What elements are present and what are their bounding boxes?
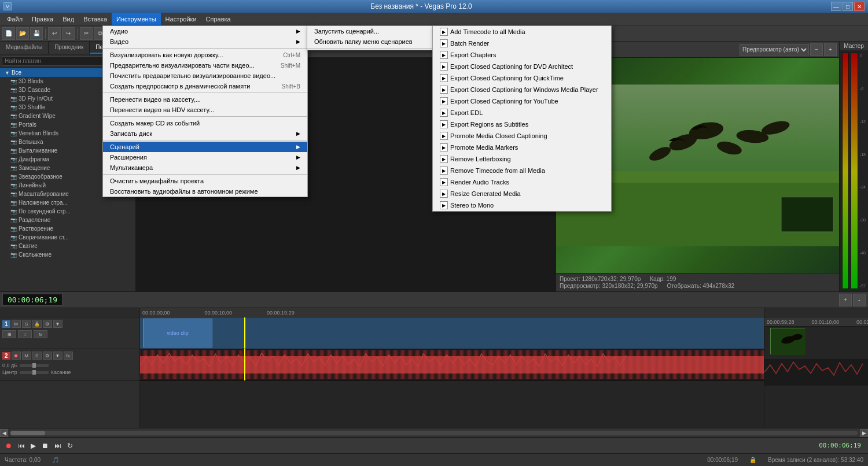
shortcut-shift-b: Shift+B [281, 83, 300, 90]
script-export-cc-yt[interactable]: ▶ Export Closed Captioning for YouTube [433, 95, 611, 107]
track-mute-video[interactable]: M [12, 320, 21, 328]
track-expand-audio[interactable]: ▼ [53, 352, 62, 360]
script-export-edl[interactable]: ▶ Export EDL [433, 107, 611, 119]
menu-transfer-tape[interactable]: Перенести видео на кассету,... [103, 94, 307, 105]
btn-loop[interactable]: ↻ [65, 442, 75, 450]
track-arm-audio[interactable]: ⏺ [12, 352, 21, 360]
script-export-cc-qt[interactable]: ▶ Export Closed Captioning for QuickTime [433, 72, 611, 84]
video-arrow-icon: ▶ [296, 39, 300, 45]
menu-edit[interactable]: Правка [27, 13, 58, 25]
volume-slider[interactable] [20, 364, 49, 367]
tree-item[interactable]: 📷 Сворачивание ст... [0, 233, 135, 242]
script-batch-render[interactable]: ▶ Batch Render [433, 38, 611, 49]
menu-multicam[interactable]: Мультикамера ▶ [103, 162, 307, 173]
toolbar-save[interactable]: 💾 [30, 27, 43, 40]
menu-scenarios[interactable]: Сценарий ▶ [103, 142, 307, 152]
toolbar-undo[interactable]: ↩ [48, 27, 61, 40]
btn-go-end[interactable]: ⏭ [53, 442, 63, 450]
menu-refresh-scripts-folder[interactable]: Обновить папку меню сценариев [307, 36, 433, 47]
menu-clean-preview[interactable]: Почистить предварительно визуализированн… [103, 71, 307, 81]
preview-zoom-out[interactable]: − [810, 43, 823, 56]
track-composite-mode[interactable]: ⊞ [2, 330, 16, 338]
preview-mode-select[interactable]: Предпросмотр (авто) [740, 44, 809, 56]
maximize-button[interactable]: □ [843, 2, 853, 11]
tab-media[interactable]: Медиафайлы [0, 42, 49, 54]
toolbar-new[interactable]: 📄 [2, 27, 15, 40]
tree-item[interactable]: 📷 Наложение стра... [0, 198, 135, 207]
menu-settings[interactable]: Настройки [161, 13, 201, 25]
thumb-svg [771, 328, 806, 355]
menu-run-script[interactable]: Запустить сценарий... [307, 26, 433, 36]
script-resize-generated[interactable]: ▶ Resize Generated Media [433, 188, 611, 199]
btn-go-start[interactable]: ⏮ [16, 442, 27, 450]
pan-slider[interactable] [20, 371, 49, 374]
timeline-zoom-in[interactable]: + [839, 294, 852, 306]
track-motion[interactable]: ↕ [18, 330, 32, 338]
menu-tools[interactable]: Инструменты [112, 13, 161, 25]
menu-clean-project[interactable]: Очистить медиафайлы проекта [103, 176, 307, 186]
scroll-track[interactable] [10, 431, 858, 435]
toolbar-sep2 [77, 28, 78, 39]
tree-item[interactable]: 📷 Скольжение [0, 250, 135, 259]
menu-dynamic-preview[interactable]: Создать предпросмотр в динамической памя… [103, 81, 307, 91]
menu-insert[interactable]: Вставка [79, 13, 112, 25]
script-remove-timecode[interactable]: ▶ Remove Timecode from all Media [433, 165, 611, 176]
script-stereo-mono[interactable]: ▶ Stereo to Mono [433, 199, 611, 211]
toolbar-redo[interactable]: ↪ [62, 27, 75, 40]
scroll-thumb[interactable] [10, 431, 45, 435]
track-fx-video[interactable]: fx [34, 330, 47, 338]
track-fx-audio[interactable]: fx [64, 352, 73, 360]
menu-help[interactable]: Справка [201, 13, 236, 25]
tree-item[interactable]: 📷 Скатие [0, 242, 135, 250]
scroll-right[interactable]: ▶ [860, 429, 868, 437]
item-icon: 📷 [10, 113, 17, 119]
script-row: ▶ Remove Timecode from all Media [440, 167, 545, 175]
minimize-button[interactable]: — [831, 2, 841, 11]
preview-zoom-in[interactable]: + [824, 43, 837, 56]
timeline-scrollbar[interactable]: ◀ ▶ [0, 428, 868, 437]
script-promote-media-markers[interactable]: ▶ Promote Media Markers [433, 142, 611, 153]
track-mute-audio[interactable]: M [22, 352, 31, 360]
script-export-chapters[interactable]: ▶ Export Chapters [433, 49, 611, 61]
menu-view[interactable]: Вид [58, 13, 79, 25]
script-render-audio[interactable]: ▶ Render Audio Tracks [433, 176, 611, 188]
btn-play-pause[interactable]: ▶ [29, 442, 38, 450]
app-icon: V [3, 2, 12, 10]
script-remove-letterboxing[interactable]: ▶ Remove Letterboxing [433, 153, 611, 165]
script-icon: ▶ [440, 86, 448, 94]
tab-explorer[interactable]: Проводник [49, 42, 90, 54]
menu-file[interactable]: Файл [2, 13, 27, 25]
scroll-left[interactable]: ◀ [0, 429, 8, 437]
menu-render-new-track[interactable]: Визуализировать как новую дорожку... Ctr… [103, 50, 307, 60]
track-solo-video[interactable]: S [22, 320, 31, 328]
script-export-regions[interactable]: ▶ Export Regions as Subtitles [433, 119, 611, 130]
close-button[interactable]: ✕ [854, 2, 865, 11]
tree-item[interactable]: 📷 Разделение [0, 216, 135, 224]
script-add-timecode[interactable]: ▶ Add Timecode to all Media [433, 26, 611, 38]
menu-extensions[interactable]: Расширения ▶ [103, 152, 307, 162]
btn-record[interactable]: ⏺ [3, 442, 14, 450]
menu-video[interactable]: Видео ▶ [103, 36, 307, 47]
track-solo-audio[interactable]: S [32, 352, 42, 360]
tree-item[interactable]: 📷 По секундной стр... [0, 207, 135, 216]
toolbar-open[interactable]: 📂 [16, 27, 29, 40]
track-settings-video[interactable]: ⚙ [43, 320, 52, 328]
timeline-zoom-out[interactable]: - [853, 294, 866, 306]
track-expand-video[interactable]: ▼ [53, 320, 62, 328]
track-lock-video[interactable]: 🔒 [32, 320, 42, 328]
btn-stop[interactable]: ⏹ [40, 442, 50, 450]
menu-transfer-hdv[interactable]: Перенести видео на HDV кассету... [103, 105, 307, 115]
menu-restore-audio[interactable]: Восстановить аудиофайлы в автономном реж… [103, 186, 307, 197]
script-export-cc-wmp[interactable]: ▶ Export Closed Captioning for Windows M… [433, 84, 611, 95]
track-settings-audio[interactable]: ⚙ [43, 352, 52, 360]
menu-burn-disc[interactable]: Записать диск ▶ [103, 128, 307, 139]
script-promote-media-cc[interactable]: ▶ Promote Media Closed Captioning [433, 130, 611, 142]
menu-audio[interactable]: Аудио ▶ [103, 26, 307, 36]
script-export-cc-dvd[interactable]: ▶ Export Closed Captioning for DVD Archi… [433, 61, 611, 72]
menu-create-cd-marker[interactable]: Создать макер CD из событий [103, 118, 307, 128]
menu-prerender-parts[interactable]: Предварительно визуализировать части вид… [103, 60, 307, 71]
video-track-content: video clip [140, 317, 764, 349]
toolbar-cut[interactable]: ✂ [80, 27, 93, 40]
tree-item[interactable]: 📷 Растворение [0, 224, 135, 233]
video-clip[interactable]: video clip [143, 319, 212, 347]
